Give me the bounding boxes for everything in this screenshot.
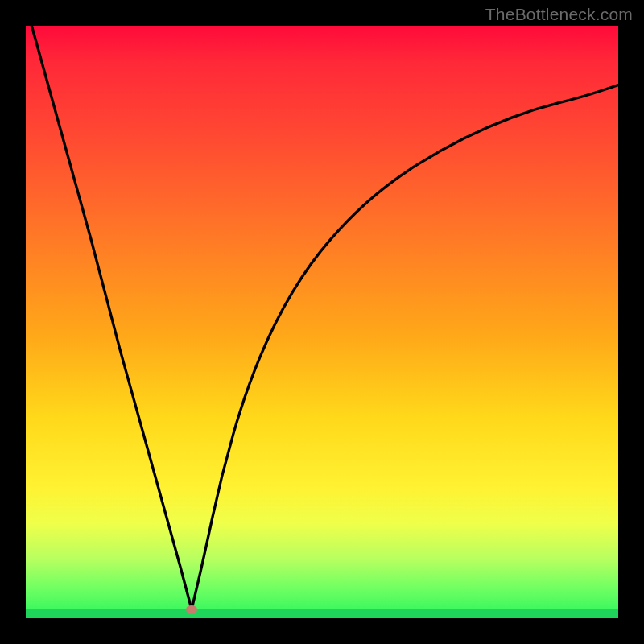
plot-area (26, 26, 618, 618)
chart-frame: TheBottleneck.com (0, 0, 644, 644)
right-branch-path (192, 85, 618, 609)
left-branch-path (31, 26, 192, 609)
watermark-text: TheBottleneck.com (485, 5, 633, 24)
curve-layer (26, 26, 618, 618)
minimum-marker (186, 605, 197, 613)
